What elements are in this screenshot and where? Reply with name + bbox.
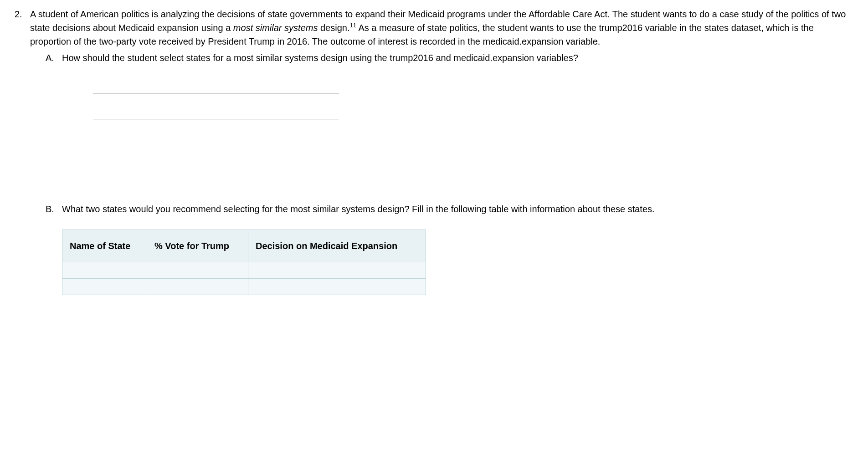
header-medicaid-decision: Decision on Medicaid Expansion xyxy=(248,230,426,262)
sub-questions: A. How should the student select states … xyxy=(30,51,853,295)
table-header-row: Name of State % Vote for Trump Decision … xyxy=(62,230,426,262)
question-text: A student of American politics is analyz… xyxy=(30,7,853,48)
answer-lines-a xyxy=(93,93,853,171)
table-row xyxy=(62,279,426,295)
cell-decision-2[interactable] xyxy=(248,279,426,295)
cell-state-2[interactable] xyxy=(62,279,147,295)
cell-state-1[interactable] xyxy=(62,262,147,279)
header-name-of-state: Name of State xyxy=(62,230,147,262)
sub-letter-b: B. xyxy=(46,202,57,295)
answer-line[interactable] xyxy=(93,93,339,93)
sub-question-a: A. How should the student select states … xyxy=(46,51,853,199)
question-number: 2. xyxy=(15,7,26,298)
answer-line[interactable] xyxy=(93,171,339,171)
question-italic-phrase: most similar systems xyxy=(233,23,318,33)
header-vote-trump: % Vote for Trump xyxy=(147,230,248,262)
answer-line[interactable] xyxy=(93,145,339,145)
sub-content-b: What two states would you recommend sele… xyxy=(62,202,853,295)
sub-letter-a: A. xyxy=(46,51,57,199)
cell-decision-1[interactable] xyxy=(248,262,426,279)
states-table-wrapper: Name of State % Vote for Trump Decision … xyxy=(62,230,853,295)
question-text-part2: design. xyxy=(318,23,349,33)
answer-line[interactable] xyxy=(93,119,339,119)
question-2: 2. A student of American politics is ana… xyxy=(15,7,853,298)
sub-content-a: How should the student select states for… xyxy=(62,51,853,199)
sub-question-b: B. What two states would you recommend s… xyxy=(46,202,853,295)
cell-vote-1[interactable] xyxy=(147,262,248,279)
sub-a-text: How should the student select states for… xyxy=(62,51,853,65)
footnote-link-11[interactable]: 11 xyxy=(349,22,356,29)
table-row xyxy=(62,262,426,279)
sub-b-text: What two states would you recommend sele… xyxy=(62,202,853,216)
states-table: Name of State % Vote for Trump Decision … xyxy=(62,230,426,295)
cell-vote-2[interactable] xyxy=(147,279,248,295)
question-body: A student of American politics is analyz… xyxy=(30,7,853,298)
